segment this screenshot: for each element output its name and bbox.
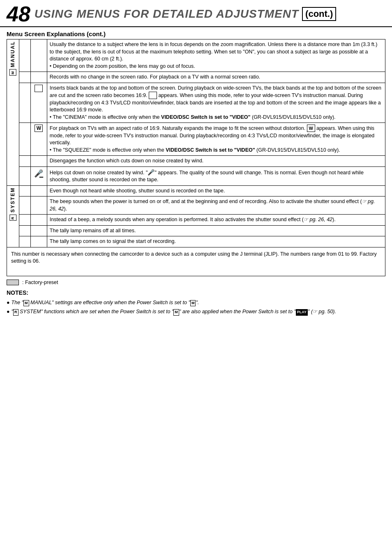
cinema-square-icon bbox=[35, 85, 43, 92]
col-sub-4 bbox=[19, 123, 30, 156]
section-label-system: R SYSTEM bbox=[7, 185, 19, 247]
notes-section: NOTES: The "M MANUAL" settings are effec… bbox=[0, 287, 392, 321]
system-icon-3 bbox=[30, 215, 47, 226]
note-text-2: "R SYSTEM" functions which are set when … bbox=[12, 308, 336, 316]
system-icon-1 bbox=[30, 185, 47, 196]
note-m-icon-3: M bbox=[173, 309, 179, 316]
col-icon-squeeze: W bbox=[30, 123, 47, 156]
col-sub-2 bbox=[19, 72, 30, 83]
col-icon-1 bbox=[30, 39, 47, 72]
factory-preset-box bbox=[7, 280, 19, 285]
table-row: Instead of a beep, a melody sounds when … bbox=[7, 215, 385, 226]
table-row: W For playback on TVs with an aspect rat… bbox=[7, 123, 385, 156]
table-row: Disengages the function which cuts down … bbox=[7, 156, 385, 167]
table-row: The beep sounds when the power is turned… bbox=[7, 196, 385, 215]
squeeze-inline-icon: W bbox=[307, 125, 315, 132]
note-item-2: "R SYSTEM" functions which are set when … bbox=[7, 308, 385, 316]
col-icon-cinema bbox=[30, 83, 47, 123]
system-sub-1 bbox=[19, 185, 30, 196]
row-desc-wind-off: Disengages the function which cuts down … bbox=[47, 156, 385, 167]
system-icon-5 bbox=[30, 236, 47, 247]
note-play-icon: PLAY bbox=[296, 309, 308, 316]
note-m-icon: M bbox=[23, 300, 29, 307]
table-row: R SYSTEM Even though not heard while sho… bbox=[7, 185, 385, 196]
jlip-desc: This number is necessary when connecting… bbox=[7, 247, 385, 276]
page-title: USING MENUS FOR DETAILED ADJUSTMENT bbox=[35, 7, 299, 21]
col-sub-5 bbox=[19, 156, 30, 167]
system-sub-4 bbox=[19, 225, 30, 236]
table-row: The tally lamp comes on to signal the st… bbox=[7, 236, 385, 247]
system-icon: R bbox=[9, 215, 16, 221]
manual-icon: M bbox=[9, 69, 16, 76]
row-desc-wind-on: Helps cut down on noise created by wind.… bbox=[47, 166, 385, 185]
factory-preset-section: : Factory-preset bbox=[0, 276, 392, 287]
system-icon-2 bbox=[30, 196, 47, 215]
section-label-manual: M MANUAL bbox=[7, 39, 19, 186]
page-title-cont: (cont.) bbox=[302, 7, 336, 21]
system-sub-5 bbox=[19, 236, 30, 247]
system-label: SYSTEM bbox=[9, 187, 16, 213]
main-table: M MANUAL Usually the distance to a subje… bbox=[7, 39, 385, 276]
wind-on-icon: 🎤̲ bbox=[34, 169, 43, 178]
col-sub-6 bbox=[19, 166, 30, 185]
table-row-jlip: This number is necessary when connecting… bbox=[7, 247, 385, 276]
col-sub-1 bbox=[19, 39, 30, 72]
table-row: 🎤̲ Helps cut down on noise created by wi… bbox=[7, 166, 385, 185]
col-sub-3 bbox=[19, 83, 30, 123]
page-number: 48 bbox=[7, 3, 30, 25]
cinema-inline-icon bbox=[149, 92, 157, 99]
note-m-icon-2: M bbox=[190, 300, 196, 307]
note-r-icon: R bbox=[13, 309, 18, 316]
page-header: 48 USING MENUS FOR DETAILED ADJUSTMENT (… bbox=[0, 0, 392, 27]
col-icon-2 bbox=[30, 72, 47, 83]
system-desc-1: Even though not heard while shooting, sh… bbox=[47, 185, 385, 196]
squeeze-w-icon: W bbox=[35, 125, 43, 132]
system-desc-2: The beep sounds when the power is turned… bbox=[47, 196, 385, 215]
row-desc-cinema: Inserts black bands at the top and botto… bbox=[47, 83, 385, 123]
note-text-1: The "M MANUAL" settings are effective on… bbox=[12, 299, 199, 307]
system-desc-4: The tally lamp remains off at all times. bbox=[47, 225, 385, 236]
table-row: Records with no change in the screen rat… bbox=[7, 72, 385, 83]
table-row: M MANUAL Usually the distance to a subje… bbox=[7, 39, 385, 72]
row-desc-squeeze: For playback on TVs with an aspect ratio… bbox=[47, 123, 385, 156]
system-sub-3 bbox=[19, 215, 30, 226]
system-sub-2 bbox=[19, 196, 30, 215]
factory-preset-label: : Factory-preset bbox=[22, 280, 58, 285]
notes-title: NOTES: bbox=[7, 289, 385, 297]
system-desc-3: Instead of a beep, a melody sounds when … bbox=[47, 215, 385, 226]
note-item-1: The "M MANUAL" settings are effective on… bbox=[7, 299, 385, 307]
manual-label: MANUAL bbox=[9, 41, 16, 67]
system-desc-5: The tally lamp comes on to signal the st… bbox=[47, 236, 385, 247]
col-icon-wind-off bbox=[30, 156, 47, 167]
table-row: Inserts black bands at the top and botto… bbox=[7, 83, 385, 123]
row-desc-2: Records with no change in the screen rat… bbox=[47, 72, 385, 83]
section-heading: Menu Screen Explanations (cont.) bbox=[0, 27, 392, 39]
system-icon-4 bbox=[30, 225, 47, 236]
row-desc-1: Usually the distance to a subject where … bbox=[47, 39, 385, 72]
table-row: The tally lamp remains off at all times. bbox=[7, 225, 385, 236]
col-icon-wind-on: 🎤̲ bbox=[30, 166, 47, 185]
notes-list: The "M MANUAL" settings are effective on… bbox=[7, 299, 385, 316]
